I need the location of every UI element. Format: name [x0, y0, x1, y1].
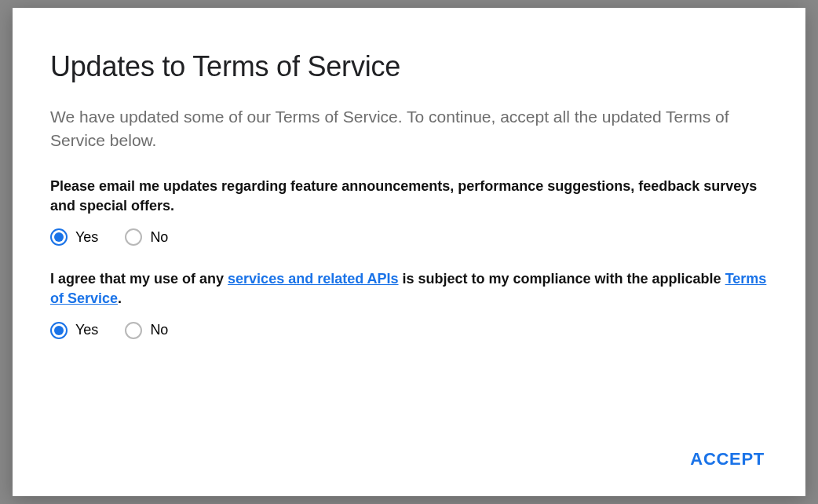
radio-icon — [125, 228, 142, 246]
radio-label-no: No — [150, 229, 168, 246]
dialog-footer: ACCEPT — [687, 444, 768, 474]
dialog-subtitle: We have updated some of our Terms of Ser… — [50, 105, 741, 153]
radio-icon — [50, 322, 68, 339]
tos-text-mid: is subject to my compliance with the app… — [399, 271, 725, 287]
dialog-title: Updates to Terms of Service — [50, 50, 768, 83]
email-updates-yes-option[interactable]: Yes — [50, 228, 98, 246]
radio-label-yes: Yes — [75, 322, 98, 338]
accept-button[interactable]: ACCEPT — [687, 444, 768, 474]
tos-agree-radio-group: Yes No — [50, 322, 768, 339]
services-apis-link[interactable]: services and related APIs — [228, 271, 398, 287]
tos-text-prefix: I agree that my use of any — [50, 271, 228, 287]
radio-icon — [50, 228, 68, 246]
tos-agree-no-option[interactable]: No — [125, 322, 168, 339]
radio-icon — [125, 322, 142, 339]
email-updates-section: Please email me updates regarding featur… — [50, 177, 768, 246]
tos-agree-yes-option[interactable]: Yes — [50, 322, 98, 339]
radio-label-no: No — [150, 322, 168, 338]
email-updates-label: Please email me updates regarding featur… — [50, 177, 768, 216]
radio-label-yes: Yes — [75, 229, 98, 246]
tos-dialog: Updates to Terms of Service We have upda… — [13, 8, 805, 496]
tos-text-suffix: . — [118, 290, 122, 306]
tos-agree-section: I agree that my use of any services and … — [50, 269, 768, 338]
tos-agree-label: I agree that my use of any services and … — [50, 269, 768, 309]
email-updates-radio-group: Yes No — [50, 228, 768, 246]
email-updates-no-option[interactable]: No — [125, 228, 168, 246]
